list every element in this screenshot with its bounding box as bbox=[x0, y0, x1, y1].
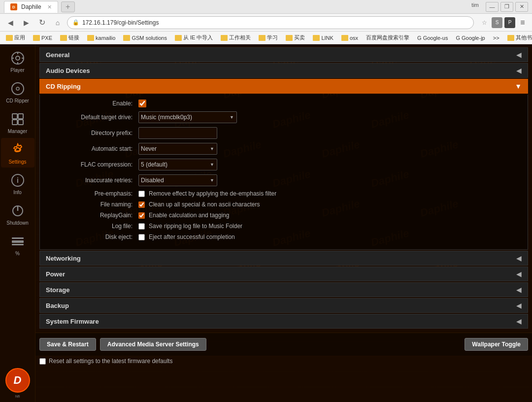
bookmark-gsm[interactable]: GSM solutions bbox=[120, 34, 170, 42]
star-btn[interactable]: ☆ bbox=[479, 17, 490, 28]
section-networking-arrow: ◀ bbox=[516, 254, 522, 262]
bookmark-buy[interactable]: 买卖 bbox=[283, 33, 308, 42]
bookmark-baidu[interactable]: 百度网盘搜索引擎 bbox=[363, 33, 412, 42]
percent-label: % bbox=[15, 251, 20, 256]
bookmark-ie[interactable]: 从 IE 中导入 bbox=[172, 33, 216, 42]
sidebar-item-settings[interactable]: Settings bbox=[1, 138, 34, 168]
home-btn[interactable]: ⌂ bbox=[51, 17, 64, 29]
replay-gain-checkbox[interactable] bbox=[138, 212, 145, 219]
manager-icon bbox=[10, 111, 26, 127]
section-general[interactable]: General ◀ bbox=[39, 47, 528, 62]
section-storage-title: Storage bbox=[46, 286, 69, 294]
section-firmware[interactable]: System Firmware ◀ bbox=[39, 314, 528, 329]
tab-close-icon[interactable]: ✕ bbox=[47, 4, 52, 10]
close-btn[interactable]: ✕ bbox=[515, 2, 528, 12]
bookmark-label: 学习 bbox=[267, 34, 278, 41]
dir-prefix-input[interactable] bbox=[138, 127, 217, 139]
new-tab-btn[interactable]: + bbox=[61, 1, 75, 12]
disk-eject-text: Eject after successful completion bbox=[149, 234, 235, 240]
minimize-btn[interactable]: — bbox=[486, 2, 499, 12]
log-file-checkbox[interactable] bbox=[138, 223, 145, 230]
bookmark-more[interactable]: >> bbox=[490, 34, 502, 42]
svg-point-7 bbox=[16, 87, 19, 90]
inaccurate-select[interactable]: Disabled 1 2 bbox=[138, 174, 217, 186]
address-bar[interactable]: 🔒 172.16.1.179/cgi-bin/Settings bbox=[67, 16, 474, 29]
flac-label: FLAC compression: bbox=[50, 161, 138, 168]
file-naming-label: File naming: bbox=[50, 201, 138, 208]
svg-rect-17 bbox=[12, 240, 24, 243]
sidebar-item-shutdown[interactable]: Shutdown bbox=[1, 199, 34, 229]
bookmark-google-jp[interactable]: G Google-jp bbox=[453, 34, 488, 42]
disk-eject-checkbox[interactable] bbox=[138, 234, 145, 240]
bookmark-osx[interactable]: osx bbox=[338, 34, 361, 42]
section-audio-devices[interactable]: Audio Devices ◀ bbox=[39, 63, 528, 78]
reset-row: Reset all settings to the latest firmwar… bbox=[35, 356, 532, 367]
wallpaper-toggle-btn[interactable]: Wallpaper Toggle bbox=[465, 338, 528, 351]
enable-checkbox[interactable] bbox=[138, 100, 146, 107]
svg-rect-18 bbox=[12, 237, 24, 239]
disk-eject-label: Disk eject: bbox=[50, 234, 138, 240]
bookmark-other[interactable]: 其他书签 bbox=[504, 33, 532, 42]
extensions-btn[interactable]: S bbox=[492, 17, 502, 28]
section-storage[interactable]: Storage ◀ bbox=[39, 282, 528, 297]
auto-start-select[interactable]: Never On Insert bbox=[138, 143, 217, 155]
browser-tab[interactable]: D Daphile ✕ bbox=[4, 1, 58, 13]
enable-label: Enable: bbox=[50, 100, 138, 107]
flac-select[interactable]: 5 (default) 0 1 bbox=[138, 159, 217, 170]
bookmark-pxe[interactable]: PXE bbox=[30, 34, 55, 42]
bookmark-links[interactable]: 链接 bbox=[57, 33, 82, 42]
shutdown-icon bbox=[10, 203, 26, 219]
bookmark-label: LINK bbox=[321, 35, 333, 41]
replay-gain-text: Enable calculation and tagging bbox=[149, 212, 229, 219]
reset-label: Reset all settings to the latest firmwar… bbox=[49, 358, 172, 365]
bookmark-label: 其他书签 bbox=[516, 34, 532, 41]
svg-text:i: i bbox=[17, 176, 19, 184]
bookmark-link[interactable]: LINK bbox=[310, 34, 336, 42]
bookmark-work[interactable]: 工作相关 bbox=[218, 33, 254, 42]
pre-emphasis-checkbox[interactable] bbox=[138, 191, 145, 197]
bookmark-apps[interactable]: 应用 bbox=[3, 33, 28, 42]
save-restart-btn[interactable]: Save & Restart bbox=[39, 338, 96, 351]
refresh-btn[interactable]: ↻ bbox=[35, 17, 48, 29]
cd-ripper-icon bbox=[10, 81, 26, 97]
section-networking[interactable]: Networking ◀ bbox=[39, 251, 528, 266]
section-backup[interactable]: Backup ◀ bbox=[39, 298, 528, 313]
forward-btn[interactable]: ▶ bbox=[20, 17, 33, 29]
section-firmware-title: System Firmware bbox=[46, 318, 99, 325]
sidebar-item-info[interactable]: i Info bbox=[1, 168, 34, 198]
sidebar-item-manager[interactable]: Manager bbox=[1, 107, 34, 137]
bookmark-label: 应用 bbox=[14, 34, 25, 41]
title-bar: D Daphile ✕ + tim — ❐ ✕ bbox=[0, 0, 532, 14]
bookmarks-bar: 应用 PXE 链接 kamailio GSM solutions 从 IE 中导… bbox=[0, 32, 532, 44]
player-icon bbox=[10, 50, 26, 66]
target-drive-select[interactable]: Music (mmcblk0p3) bbox=[138, 111, 237, 123]
section-cd-ripping[interactable]: CD Ripping ▼ bbox=[39, 79, 528, 94]
advanced-media-btn[interactable]: Advanced Media Server Settings bbox=[100, 338, 206, 351]
bookmark-kamailio[interactable]: kamailio bbox=[84, 34, 118, 42]
auto-start-label: Automatic start: bbox=[50, 145, 138, 152]
log-file-label: Log file: bbox=[50, 223, 138, 230]
bookmark-study[interactable]: 学习 bbox=[256, 33, 281, 42]
back-btn[interactable]: ◀ bbox=[4, 17, 17, 29]
profile-btn[interactable]: P bbox=[504, 17, 515, 28]
sidebar-item-percent[interactable]: % bbox=[1, 230, 34, 259]
pre-emphasis-checkbox-row: Remove effect by applying the de-emphasi… bbox=[138, 190, 276, 197]
file-naming-checkbox[interactable] bbox=[138, 201, 145, 208]
auto-start-wrapper: Never On Insert bbox=[138, 143, 217, 155]
app-content: Player CD Ripper bbox=[0, 44, 532, 402]
restore-btn[interactable]: ❐ bbox=[500, 2, 513, 12]
bookmark-google-us[interactable]: G Google-us bbox=[414, 34, 451, 42]
section-cd-title: CD Ripping bbox=[46, 83, 81, 90]
bookmark-label: 从 IE 中导入 bbox=[183, 34, 213, 41]
bookmark-label: 工作相关 bbox=[229, 34, 251, 41]
favicon: D bbox=[10, 3, 17, 10]
logo-letter: D bbox=[14, 374, 22, 387]
sidebar-item-player[interactable]: Player bbox=[1, 46, 34, 76]
bookmark-label: 买卖 bbox=[294, 34, 305, 41]
section-power[interactable]: Power ◀ bbox=[39, 267, 528, 281]
settings-container: General ◀ Audio Devices ◀ CD Ripping ▼ bbox=[35, 44, 532, 333]
sidebar-item-cd-ripper[interactable]: CD Ripper bbox=[1, 77, 34, 106]
reset-checkbox[interactable] bbox=[39, 358, 46, 365]
menu-btn[interactable]: ≡ bbox=[517, 17, 528, 28]
player-label: Player bbox=[10, 67, 24, 73]
